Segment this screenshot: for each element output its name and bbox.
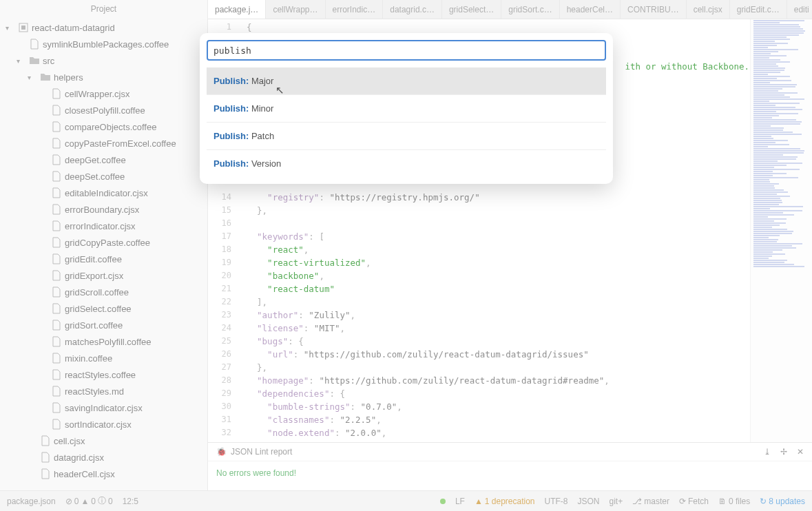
palette-item[interactable]: Publish: Patch — [207, 123, 606, 150]
palette-action: Minor — [251, 103, 274, 114]
command-palette-input[interactable] — [207, 40, 606, 61]
palette-category: Publish: — [214, 158, 249, 169]
palette-item[interactable]: Publish: Minor — [207, 95, 606, 123]
palette-action: Patch — [251, 131, 274, 141]
palette-category: Publish: — [214, 103, 249, 114]
palette-action: Major — [251, 76, 274, 86]
palette-action: Version — [251, 158, 281, 169]
palette-category: Publish: — [214, 131, 249, 141]
command-palette-list: Publish: MajorPublish: MinorPublish: Pat… — [207, 67, 606, 177]
palette-category: Publish: — [214, 76, 249, 86]
palette-item[interactable]: Publish: Version — [207, 150, 606, 177]
command-palette: Publish: MajorPublish: MinorPublish: Pat… — [200, 33, 613, 184]
palette-item[interactable]: Publish: Major — [207, 67, 606, 95]
